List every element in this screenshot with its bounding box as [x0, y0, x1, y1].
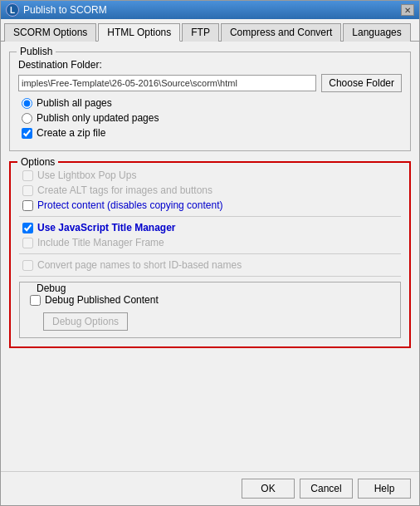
- destination-row: Choose Folder: [18, 74, 402, 92]
- create-zip-row: Create a zip file: [18, 127, 402, 139]
- app-icon: L: [6, 3, 19, 17]
- tab-compress-convert[interactable]: Compress and Convert: [221, 23, 341, 42]
- main-content: Publish Destination Folder: Choose Folde…: [1, 42, 419, 471]
- publish-updated-radio[interactable]: [22, 113, 32, 124]
- use-javascript-label: Use JavaScript Title Manager: [37, 222, 176, 233]
- tab-html-options[interactable]: HTML Options: [98, 23, 180, 42]
- include-title-label: Include Title Manager Frame: [37, 237, 164, 248]
- use-lightbox-label: Use Lightbox Pop Ups: [37, 169, 136, 181]
- use-lightbox-row: Use Lightbox Pop Ups: [19, 169, 401, 181]
- protect-content-text: Protect content (disables copying conten…: [37, 199, 222, 211]
- publish-group-label: Publish: [17, 46, 56, 57]
- window-title: Publish to SCORM: [23, 4, 107, 16]
- create-zip-label: Create a zip file: [37, 127, 105, 139]
- tabs-bar: SCORM Options HTML Options FTP Compress …: [1, 19, 419, 42]
- publish-updated-row: Publish only updated pages: [18, 112, 402, 124]
- options-group: Options Use Lightbox Pop Ups Create ALT …: [9, 161, 411, 348]
- publish-group: Publish Destination Folder: Choose Folde…: [9, 52, 411, 151]
- tab-scorm-options[interactable]: SCORM Options: [4, 23, 96, 42]
- publish-all-label: Publish all pages: [37, 97, 112, 109]
- debug-published-label: Debug Published Content: [45, 294, 159, 306]
- debug-published-checkbox[interactable]: [30, 295, 41, 306]
- separator-2: [19, 253, 401, 254]
- tab-languages[interactable]: Languages: [343, 23, 410, 42]
- create-zip-checkbox[interactable]: [22, 128, 32, 139]
- convert-page-names-row: Convert page names to short ID-based nam…: [19, 259, 401, 271]
- publish-all-radio[interactable]: [22, 98, 32, 109]
- debug-published-row: Debug Published Content: [27, 294, 393, 306]
- main-window: L Publish to SCORM ✕ SCORM Options HTML …: [0, 0, 420, 506]
- cancel-button[interactable]: Cancel: [300, 479, 353, 499]
- destination-input[interactable]: [18, 75, 316, 91]
- separator-1: [19, 216, 401, 217]
- use-javascript-row: Use JavaScript Title Manager: [19, 222, 401, 233]
- debug-group-label: Debug: [33, 282, 69, 294]
- publish-all-row: Publish all pages: [18, 97, 402, 109]
- convert-page-names-checkbox[interactable]: [22, 260, 33, 271]
- protect-content-checkbox[interactable]: [22, 200, 33, 211]
- footer: OK Cancel Help: [1, 471, 419, 505]
- debug-section: Debug Debug Published Content Debug Opti…: [19, 282, 401, 338]
- convert-page-names-label: Convert page names to short ID-based nam…: [37, 259, 242, 271]
- protect-content-label: Protect content (disables copying conten…: [37, 199, 222, 211]
- create-alt-row: Create ALT tags for images and buttons: [19, 184, 401, 196]
- ok-button[interactable]: OK: [242, 479, 295, 499]
- include-title-row: Include Title Manager Frame: [19, 237, 401, 248]
- tab-ftp[interactable]: FTP: [182, 23, 219, 42]
- separator-3: [19, 276, 401, 277]
- debug-options-row: Debug Options: [27, 309, 393, 331]
- include-title-checkbox[interactable]: [22, 238, 33, 248]
- create-alt-label: Create ALT tags for images and buttons: [37, 184, 212, 196]
- options-group-label: Options: [17, 156, 58, 168]
- publish-updated-label: Publish only updated pages: [37, 112, 159, 124]
- protect-content-row: Protect content (disables copying conten…: [19, 199, 401, 211]
- debug-options-button[interactable]: Debug Options: [43, 312, 128, 331]
- use-lightbox-checkbox[interactable]: [22, 170, 33, 181]
- title-bar-left: L Publish to SCORM: [6, 3, 107, 17]
- close-button[interactable]: ✕: [401, 4, 414, 16]
- choose-folder-button[interactable]: Choose Folder: [321, 74, 402, 92]
- use-javascript-checkbox[interactable]: [22, 223, 33, 233]
- title-bar: L Publish to SCORM ✕: [1, 1, 419, 19]
- create-alt-checkbox[interactable]: [22, 185, 33, 196]
- destination-label: Destination Folder:: [18, 59, 402, 71]
- help-button[interactable]: Help: [358, 479, 411, 499]
